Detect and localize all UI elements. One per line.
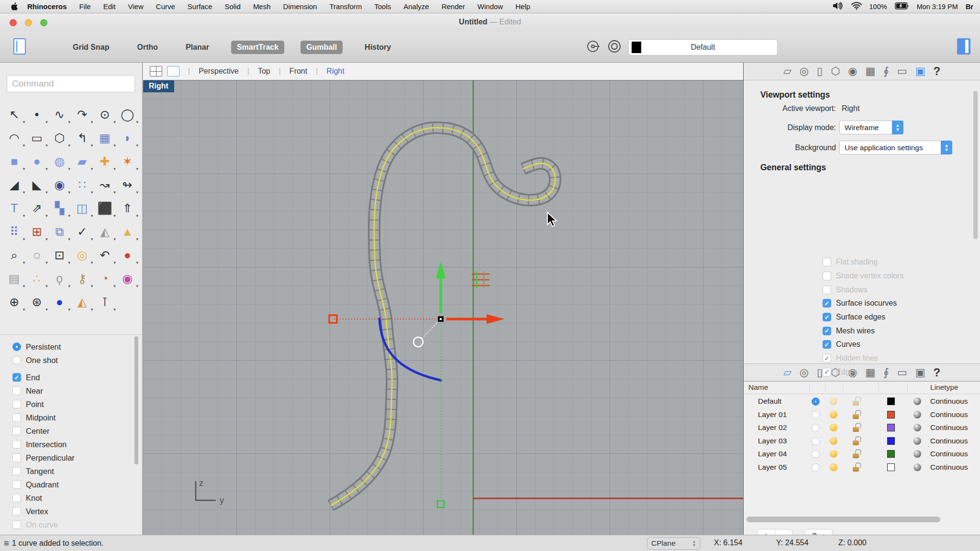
apple-icon[interactable] [7,2,21,11]
checkbox-near[interactable]: Near [12,384,132,397]
layer-linetype[interactable]: Continuous [930,423,968,432]
checkbox-icon[interactable] [823,286,831,294]
toolbar-toggle-ortho[interactable]: Ortho [131,41,164,54]
checkbox-end[interactable]: ✓End [12,371,132,384]
menu-edit[interactable]: Edit [97,2,122,11]
toolbar-toggle-planar[interactable]: Planar [180,41,215,54]
curve-edit-points-icon[interactable]: ↝ [93,176,116,193]
layer-visibility-bulb-icon[interactable] [830,463,837,471]
menu-analyze[interactable]: Analyze [397,2,435,11]
menu-transform[interactable]: Transform [323,2,368,11]
layer-row-layer-03[interactable]: Layer 03Continuous [744,435,980,448]
surface-patch-icon[interactable]: ▰ [71,153,93,170]
gumball-plane-widget[interactable] [472,271,490,288]
menu-window[interactable]: Window [471,2,509,11]
current-layer-radio[interactable] [812,437,820,445]
checkbox-perpendicular[interactable]: Perpendicular [12,451,132,464]
trim-icon[interactable]: ◢ [3,176,25,193]
box-icon[interactable]: ■ [3,153,25,170]
checkbox-curves[interactable]: ✓Curves [823,338,903,352]
osnap-mode-persistent[interactable]: Persistent [12,340,132,353]
checkbox-surface-isocurves[interactable]: ✓Surface isocurves [823,297,903,310]
checkbox-icon[interactable] [12,413,21,422]
layer-material-icon[interactable] [913,411,921,419]
viewport-tab-front[interactable]: Front [290,67,307,76]
polygon-icon[interactable]: ⬡ [48,129,71,146]
color-wheel-icon[interactable]: ◉ [116,270,139,287]
checkbox-icon[interactable]: ✓ [823,340,831,349]
point-icon[interactable]: • [25,106,48,123]
viewport-canvas[interactable]: z y Right [143,80,743,535]
check-icon[interactable]: ✓ [71,223,93,240]
menu-render[interactable]: Render [435,2,471,11]
extend-curve-icon[interactable]: ↬ [116,176,139,193]
checkbox-center[interactable]: Center [12,424,132,438]
checkbox-icon[interactable]: ✓ [823,313,831,321]
checkbox-icon[interactable] [12,467,21,475]
layer-color-swatch[interactable] [887,463,895,471]
checkbox-icon[interactable]: ✓ [823,368,831,376]
help-icon[interactable]: ? [933,367,940,378]
text-icon[interactable]: T [3,199,25,217]
arc-icon[interactable]: ◠ [3,129,25,146]
layer-linetype[interactable]: Continuous [930,463,968,472]
layers-icon[interactable]: ▱ [783,66,791,77]
current-layer-radio[interactable] [812,450,820,458]
menu-curve[interactable]: Curve [150,2,181,11]
menubar-user[interactable]: Br [966,3,973,11]
gumball-scale-handle[interactable] [413,337,423,347]
display-mode-dropdown[interactable]: Wireframe ▲▼ [839,121,903,134]
viewport-tab-perspective[interactable]: Perspective [199,67,239,76]
rectangle-icon[interactable]: ▭ [25,129,48,146]
layers-icon[interactable]: ▱ [783,367,791,378]
menu-dimension[interactable]: Dimension [277,2,323,11]
layer-color-swatch[interactable] [887,450,895,458]
checkbox-icon[interactable]: ✓ [823,327,831,335]
document-icon[interactable]: ▯ [817,367,823,378]
layer-material-icon[interactable] [913,450,921,458]
ellipse-icon[interactable]: ◯ [116,106,139,123]
layer-material-icon[interactable] [913,463,921,471]
checkbox-knot[interactable]: Knot [12,491,132,505]
group-shapes-icon[interactable]: ∴ [25,270,48,287]
camera-icon[interactable]: ◉ [848,66,857,77]
menu-surface[interactable]: Surface [181,2,219,11]
car-icon[interactable]: ● [116,246,139,264]
battery-icon[interactable] [895,2,909,11]
box-icon[interactable]: ⬡ [831,66,840,77]
spheres-icon[interactable]: ● [25,153,48,170]
checkbox-icon[interactable] [12,400,21,408]
split-icon[interactable]: ◣ [25,176,48,193]
boolean-union-icon[interactable]: ◉ [48,176,71,193]
checkbox-icon[interactable] [12,520,21,529]
layer-material-icon[interactable] [913,437,921,445]
gumball-x-handle[interactable] [329,315,337,323]
block-insert-icon[interactable]: ⊞ [25,223,48,240]
osnap-scrollbar[interactable] [134,336,138,524]
checkbox-icon[interactable] [823,272,831,280]
toolbar-toggle-grid-snap[interactable]: Grid Snap [67,41,115,54]
layer-color-swatch[interactable] [887,397,895,405]
extrude-icon[interactable]: ⇑ [116,199,139,217]
checkbox-point[interactable]: Point [12,397,132,411]
checkbox-icon[interactable] [12,507,21,516]
notes-icon[interactable]: ∮ [883,66,889,77]
layer-lock-icon[interactable] [853,423,860,432]
solid-box-icon[interactable]: ⬛ [93,199,116,217]
checkbox-quadrant[interactable]: Quadrant [12,478,132,491]
current-layer-combo[interactable]: Default [628,39,778,55]
layer-linetype[interactable]: Continuous [930,410,968,419]
layer-color-swatch[interactable] [887,437,895,445]
radio-icon[interactable] [12,356,21,364]
dimension-structure-icon[interactable]: ⊺ [93,293,116,310]
layer-linetype[interactable]: Continuous [930,450,968,458]
layer-material-icon[interactable] [913,397,921,405]
help-icon[interactable]: ? [933,66,940,77]
sphere-wireframe-icon[interactable]: ⊕ [3,293,25,310]
layer-visibility-bulb-icon[interactable] [830,437,837,445]
viewport-tab-top[interactable]: Top [258,67,270,76]
history-menu-icon[interactable]: ≡ [4,538,9,549]
layer-row-layer-01[interactable]: Layer 01Continuous [744,408,980,422]
background-dropdown[interactable]: Use application settings ▲▼ [839,141,952,154]
layer-visibility-bulb-icon[interactable] [830,411,837,419]
